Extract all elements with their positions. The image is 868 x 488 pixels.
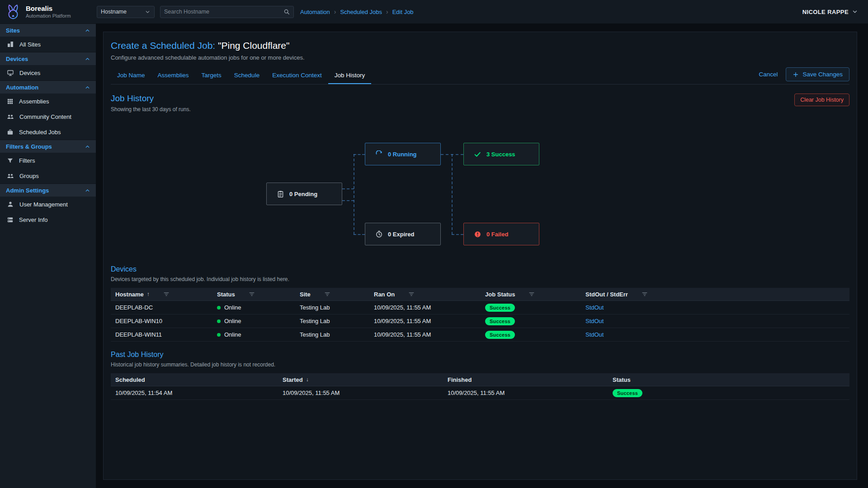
sidebar-section-automation[interactable]: Automation [0, 80, 96, 94]
column-header-site[interactable]: Site [295, 291, 369, 298]
sidebar-item-filters[interactable]: Filters [0, 153, 96, 168]
column-header-finished[interactable]: Finished [443, 376, 608, 383]
sidebar-item-community-content[interactable]: Community Content [0, 109, 96, 124]
page-subtitle: Configure advanced schedulable automatio… [111, 54, 849, 61]
stdout-link[interactable]: StdOut [585, 304, 604, 311]
past-finished: 10/09/2025, 11:55 AM [443, 389, 608, 396]
tab-execution-context[interactable]: Execution Context [266, 67, 328, 84]
sidebar-item-devices[interactable]: Devices [0, 65, 96, 80]
success-status-box: 3 Success [463, 143, 539, 165]
device-row[interactable]: DEEPLAB-DC Online Testing Lab 10/09/2025… [111, 301, 849, 314]
tab-targets[interactable]: Targets [195, 67, 228, 84]
sidebar-item-label: All Sites [19, 41, 41, 48]
app-logo-area[interactable]: Borealis Automation Platform [0, 3, 96, 21]
sort-descending-icon[interactable]: ↓ [306, 376, 309, 383]
user-name: NICOLE RAPPE [802, 9, 849, 15]
sidebar-item-label: Filters [19, 157, 35, 164]
filter-icon[interactable] [528, 291, 535, 297]
device-hostname: DEEPLAB-WIN11 [111, 331, 212, 338]
tab-job-history[interactable]: Job History [328, 67, 372, 84]
breadcrumb-edit-job[interactable]: Edit Job [392, 9, 414, 15]
search-input[interactable] [164, 9, 283, 15]
job-status-flow: 0 Pending 0 Running 3 Success 0 Expired … [111, 125, 849, 261]
devices-table: Hostname ↑ Status Site Ran On [111, 288, 849, 342]
success-status-badge: Success [485, 331, 515, 339]
sidebar-section-sites[interactable]: Sites [0, 23, 96, 37]
filter-icon[interactable] [324, 291, 330, 297]
column-header-ran-on[interactable]: Ran On [369, 291, 481, 298]
sidebar-item-all-sites[interactable]: All Sites [0, 37, 96, 52]
flow-connector [342, 200, 354, 201]
column-header-job-status[interactable]: Job Status [481, 291, 581, 298]
column-header-started[interactable]: Started ↓ [278, 376, 443, 383]
breadcrumb-automation[interactable]: Automation [300, 9, 330, 15]
column-header-scheduled[interactable]: Scheduled [111, 376, 278, 383]
stdout-link[interactable]: StdOut [585, 331, 604, 338]
device-stdout: StdOut [581, 318, 849, 324]
tab-schedule[interactable]: Schedule [228, 67, 266, 84]
filter-icon[interactable] [249, 291, 255, 297]
device-stdout: StdOut [581, 331, 849, 338]
building-icon [7, 41, 14, 48]
user-menu[interactable]: NICOLE RAPPE [802, 9, 858, 15]
filter-icon[interactable] [642, 291, 648, 297]
tab-job-name[interactable]: Job Name [111, 67, 151, 84]
sidebar-item-server-info[interactable]: Server Info [0, 212, 96, 227]
search-box[interactable] [160, 6, 294, 18]
sidebar-item-scheduled-jobs[interactable]: Scheduled Jobs [0, 124, 96, 140]
sidebar-section-admin-settings[interactable]: Admin Settings [0, 183, 96, 197]
devices-heading: Devices [111, 265, 849, 273]
stdout-link[interactable]: StdOut [585, 318, 604, 324]
past-status: Success [608, 389, 849, 397]
sidebar-item-label: User Management [19, 201, 68, 208]
past-history-row[interactable]: 10/09/2025, 11:54 AM 10/09/2025, 11:55 A… [111, 386, 849, 400]
sidebar-item-label: Community Content [19, 113, 71, 120]
flow-connector [354, 154, 365, 155]
tab-assemblies[interactable]: Assemblies [151, 67, 195, 84]
column-header-status[interactable]: Status [212, 291, 295, 298]
chevron-up-icon [85, 84, 90, 90]
pending-status-box: 0 Pending [266, 183, 342, 205]
grid-icon [7, 98, 14, 105]
edit-job-panel: Create a Scheduled Job: "Ping Cloudflare… [103, 32, 857, 480]
job-history-header: Job History Showing the last 30 days of … [111, 94, 849, 113]
failed-count: 0 Failed [486, 231, 508, 238]
hostname-select[interactable]: Hostname [97, 6, 155, 18]
column-header-hostname[interactable]: Hostname ↑ [111, 291, 212, 298]
sidebar-item-user-management[interactable]: User Management [0, 197, 96, 212]
sidebar-item-assemblies[interactable]: Assemblies [0, 94, 96, 109]
people-icon [7, 172, 14, 179]
briefcase-icon [7, 129, 14, 136]
chevron-up-icon [85, 28, 90, 33]
column-header-status[interactable]: Status [608, 376, 849, 383]
column-header-stdout-stderr[interactable]: StdOut / StdErr [581, 291, 849, 298]
sidebar-section-filters-groups[interactable]: Filters & Groups [0, 140, 96, 153]
device-job-status: Success [481, 331, 581, 339]
sidebar-item-groups[interactable]: Groups [0, 168, 96, 183]
clear-job-history-button[interactable]: Clear Job History [794, 94, 849, 106]
breadcrumb: Automation › Scheduled Jobs › Edit Job [300, 8, 414, 15]
filter-icon[interactable] [408, 291, 415, 297]
expired-count: 0 Expired [388, 231, 415, 238]
cancel-button[interactable]: Cancel [759, 71, 778, 78]
clock-icon [375, 230, 383, 238]
device-status-label: Online [224, 331, 241, 338]
device-site: Testing Lab [295, 331, 369, 338]
sidebar-section-devices[interactable]: Devices [0, 52, 96, 65]
filter-icon[interactable] [163, 291, 170, 297]
chevron-up-icon [85, 188, 90, 193]
breadcrumb-scheduled-jobs[interactable]: Scheduled Jobs [340, 9, 382, 15]
clipboard-icon [277, 190, 284, 198]
device-row[interactable]: DEEPLAB-WIN10 Online Testing Lab 10/09/2… [111, 314, 849, 328]
device-row[interactable]: DEEPLAB-WIN11 Online Testing Lab 10/09/2… [111, 328, 849, 342]
search-icon [283, 9, 290, 15]
sort-ascending-icon[interactable]: ↑ [147, 291, 150, 297]
column-label: StdOut / StdErr [585, 291, 628, 298]
save-changes-label: Save Changes [802, 71, 843, 78]
column-label: Job Status [485, 291, 515, 298]
device-status-label: Online [224, 304, 241, 311]
borealis-rabbit-logo-icon [5, 3, 22, 21]
device-status: Online [212, 304, 295, 311]
save-changes-button[interactable]: Save Changes [786, 67, 849, 81]
success-status-badge: Success [485, 317, 515, 325]
